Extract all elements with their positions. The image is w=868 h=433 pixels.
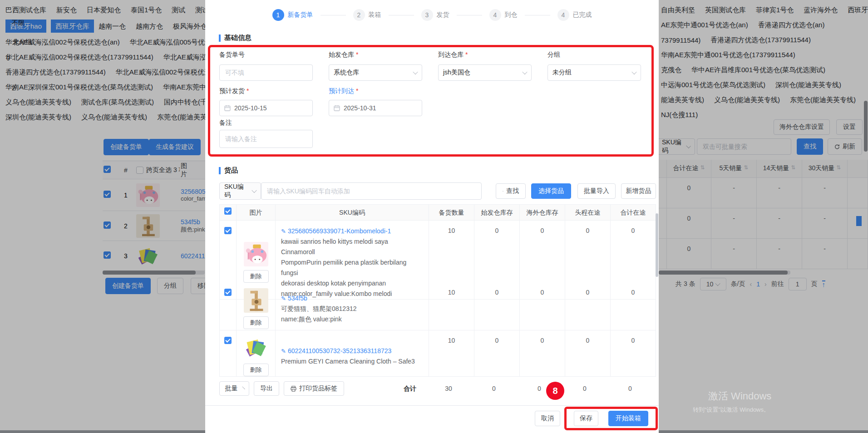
goods-row: 删除 ✎534f5b 可爱猫猫、猫爬架0812312 name:颜色 value… [219, 282, 656, 330]
sku-link[interactable]: 3256805669339071-Kombomelodi-1 [288, 227, 391, 235]
group-value: 未分组 [552, 69, 572, 77]
origin-stock: 0 [474, 282, 520, 330]
select-goods-button[interactable]: 选择货品 [531, 183, 571, 199]
total-prep-qty: 30 [426, 385, 471, 392]
step-label: 到仓 [505, 11, 518, 19]
remark-input[interactable] [219, 130, 313, 148]
row-checkbox[interactable] [224, 337, 232, 344]
edit-icon[interactable]: ✎ [281, 228, 286, 235]
export-button[interactable]: 导出 [254, 381, 279, 396]
total-transit: 0 [611, 330, 656, 377]
watermark-line1: 激活 Windows [708, 389, 771, 403]
print-labels-button[interactable]: 打印货品标签 [284, 381, 344, 396]
step-number: 4 [489, 9, 501, 21]
goods-table: 图片 SKU编码 备货数量 始发仓库存 海外仓库存 头程在途 合计在途 删除 ✎… [219, 204, 656, 402]
step-packing: 2 装箱 [353, 9, 381, 21]
goods-sku-field-select[interactable]: SKU编码 [219, 182, 261, 200]
step-label: 发货 [437, 11, 449, 19]
prep-qty: 10 [429, 282, 474, 330]
product-attr: name:颜色 value:pink [281, 314, 342, 325]
start-packing-button[interactable]: 开始装箱 [608, 411, 648, 426]
row-checkbox[interactable] [224, 289, 232, 296]
origin-warehouse-label: 始发仓库 [329, 51, 358, 59]
overseas-stock: 0 [520, 330, 565, 377]
delete-button[interactable]: 删除 [243, 364, 269, 376]
delete-button[interactable]: 删除 [243, 316, 269, 329]
edit-icon[interactable]: ✎ [281, 348, 286, 354]
new-stock-order-modal: 1 新备货单 2 装箱 3 发货 4 到仓 4 已完成 基础信息 备货单号 始发… [205, 0, 659, 433]
totals-row: 批量 导出 打印货品标签 合计 30 0 0 0 0 [219, 377, 656, 402]
product-desc: 可爱猫猫、猫爬架0812312 [281, 304, 357, 314]
overseas-stock: 0 [520, 282, 565, 330]
product-desc: PompomPurin pemilik pena plastik berbila… [281, 257, 423, 278]
dest-warehouse-label: 到达仓库 [438, 51, 468, 59]
batch-button[interactable]: 批量 [219, 381, 249, 396]
expected-ship-date-input[interactable]: 2025-10-15 [219, 100, 313, 116]
product-desc: kawaii sanrios hello kittys melodi saya … [281, 236, 423, 257]
delete-button[interactable]: 删除 [243, 270, 269, 283]
cancel-button[interactable]: 取消 [535, 411, 560, 426]
find-label: 查找 [506, 187, 519, 195]
step-new-order: 1 新备货单 [272, 9, 313, 21]
col-overseas-stock: 海外仓库存 [520, 204, 565, 221]
step-label: 已完成 [573, 11, 592, 19]
origin-warehouse-select[interactable]: 系统仓库 [329, 64, 422, 81]
section-accent-bar [219, 34, 221, 42]
step-shipping: 3 发货 [421, 9, 449, 21]
goods-sku-input[interactable] [261, 182, 482, 200]
cat-tree-product-image [244, 288, 268, 313]
step-number: 3 [421, 9, 433, 21]
save-button[interactable]: 保存 [574, 411, 598, 426]
section-accent-bar [219, 167, 221, 174]
group-label: 分组 [547, 51, 560, 59]
annotation-step-badge: 8 [546, 382, 564, 400]
expected-arrival-date-input[interactable]: 2025-10-31 [329, 100, 422, 116]
origin-stock: 0 [474, 330, 520, 377]
row-checkbox[interactable] [224, 227, 232, 234]
group-select[interactable]: 未分组 [547, 64, 641, 81]
step-label: 新备货单 [288, 11, 313, 19]
calendar-icon [334, 105, 340, 111]
step-arrival: 4 到仓 [489, 9, 518, 21]
chevron-down-icon [631, 69, 636, 74]
ship-date-value: 2025-10-15 [234, 104, 267, 112]
watermark-line2: 转到“设置”以激活 Windows。 [693, 406, 771, 414]
printer-icon [291, 386, 296, 392]
expected-arrival-label: 预计到达 [329, 87, 358, 95]
step-completed: 4 已完成 [557, 9, 592, 21]
expected-ship-label: 预计发货 [219, 87, 249, 95]
totals-label: 合计 [392, 385, 428, 393]
product-desc: Premium GEYI Camera Cleaning Cloth – Saf… [281, 356, 415, 367]
step-label: 装箱 [369, 11, 381, 19]
batch-import-button[interactable]: 批量导入 [577, 183, 616, 199]
first-leg: 0 [565, 282, 611, 330]
col-total-transit: 合计在途 [611, 204, 656, 221]
col-sku: SKU编码 [276, 204, 429, 221]
prep-qty: 10 [429, 330, 474, 377]
goods-find-button[interactable]: 查找 [496, 183, 526, 199]
col-image: 图片 [237, 204, 276, 221]
step-number: 4 [557, 9, 569, 21]
step-number: 1 [272, 9, 284, 21]
search-icon [503, 188, 503, 194]
select-all-checkbox[interactable] [224, 207, 232, 215]
chevron-down-icon [413, 69, 418, 74]
sku-link[interactable]: 534f5b [288, 295, 307, 302]
first-leg: 0 [565, 330, 611, 377]
goods-row: 删除 ✎602241100530732-35213363118723 Premi… [219, 330, 656, 377]
modal-vertical-scrollbar[interactable] [656, 213, 658, 277]
dest-warehouse-value: jsh美国仓 [443, 69, 470, 77]
new-goods-button[interactable]: 新增货品 [621, 183, 656, 199]
goods-table-header: 图片 SKU编码 备货数量 始发仓库存 海外仓库存 头程在途 合计在途 [219, 204, 656, 221]
total-first-leg: 0 [562, 385, 607, 392]
col-first-leg: 头程在途 [565, 204, 611, 221]
goods-section-title: 货品 [219, 166, 238, 175]
footer-divider [205, 405, 659, 406]
origin-warehouse-value: 系统仓库 [334, 69, 359, 77]
dest-warehouse-select[interactable]: jsh美国仓 [438, 64, 532, 81]
order-no-input[interactable] [219, 64, 313, 81]
sku-link[interactable]: 602241100530732-35213363118723 [288, 347, 391, 354]
step-number: 2 [353, 9, 365, 21]
edit-icon[interactable]: ✎ [281, 295, 286, 302]
chevron-down-icon [522, 69, 527, 74]
